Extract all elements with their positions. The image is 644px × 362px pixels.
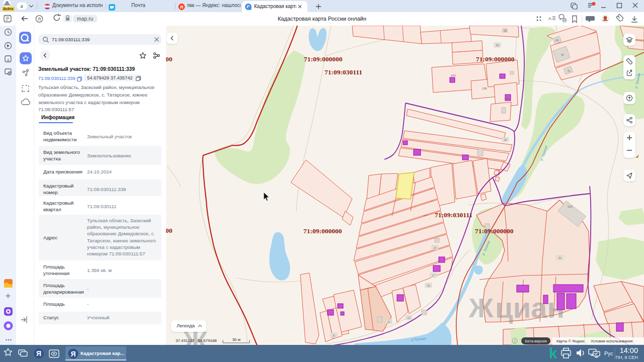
svg-text:Ж: Ж <box>468 293 494 323</box>
svg-text:71:09:000000: 71:09:000000 <box>304 55 343 63</box>
svg-text:4: 4 <box>7 58 10 62</box>
svg-text:Бета-версия: Бета-версия <box>525 339 546 343</box>
svg-text:71:09:000000: 71:09:000000 <box>476 55 515 63</box>
svg-text:71:09:000000: 71:09:000000 <box>475 227 514 235</box>
svg-text:49: 49 <box>555 39 558 42</box>
svg-text:Карты © Яндекс: Карты © Яндекс <box>556 339 585 343</box>
svg-text:71:09:030111: 71:09:030111 <box>435 211 472 219</box>
svg-text:00: 00 <box>166 227 173 234</box>
svg-text:36: 36 <box>504 29 507 32</box>
svg-text:20: 20 <box>433 246 436 249</box>
svg-text:i: i <box>514 339 515 343</box>
svg-text:А: А <box>548 16 551 21</box>
svg-text:1: 1 <box>564 19 566 22</box>
svg-text:33В: 33В <box>482 87 487 90</box>
svg-text:17: 17 <box>432 274 435 277</box>
svg-text:Я: Я <box>36 349 41 357</box>
svg-text:50А: 50А <box>568 205 573 208</box>
svg-text:50: 50 <box>558 256 561 259</box>
svg-text:34А: 34А <box>451 74 456 77</box>
svg-text:32: 32 <box>504 138 507 141</box>
svg-text:51: 51 <box>568 69 571 72</box>
svg-text:14:00: 14:00 <box>620 346 638 354</box>
svg-text:33Б: 33Б <box>504 97 509 100</box>
svg-text:50 м: 50 м <box>232 337 240 342</box>
svg-text:Войти: Войти <box>4 7 14 11</box>
svg-text:Рус: Рус <box>604 350 613 356</box>
svg-text:13: 13 <box>407 316 410 319</box>
svg-text:71:09:030111: 71:09:030111 <box>325 68 362 76</box>
svg-text:35: 35 <box>496 44 499 47</box>
svg-text:00: 00 <box>166 55 173 63</box>
svg-text:циан: циан <box>495 291 565 324</box>
svg-text:Я: Я <box>180 5 183 10</box>
svg-text:50: 50 <box>561 53 564 56</box>
svg-text:k: k <box>549 345 557 361</box>
svg-text:11: 11 <box>333 334 336 337</box>
svg-text:ПН, 8 СЕН: ПН, 8 СЕН <box>616 355 638 360</box>
svg-text:4: 4 <box>20 4 23 9</box>
svg-text:71:09:000000: 71:09:000000 <box>303 227 342 235</box>
svg-text:Условия использования: Условия использования <box>591 339 632 343</box>
svg-text:Я: Я <box>70 349 75 357</box>
svg-text:16: 16 <box>427 284 430 287</box>
svg-text:12: 12 <box>387 320 390 323</box>
